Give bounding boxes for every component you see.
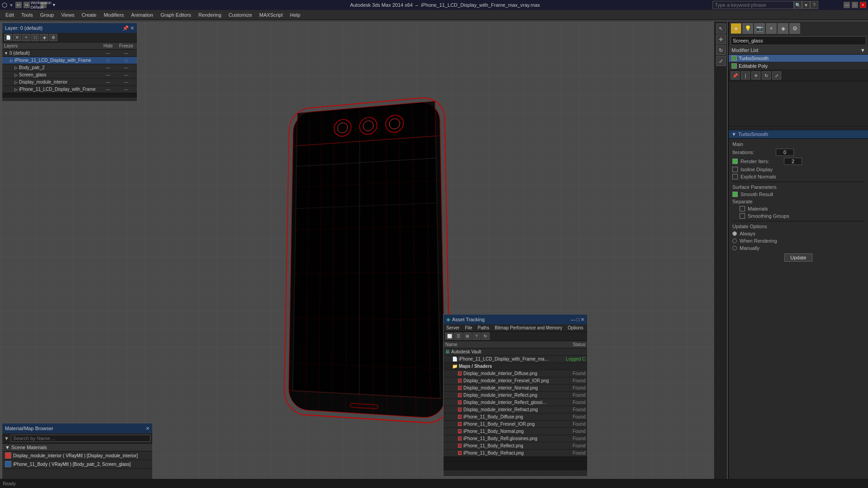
rp-icon-system[interactable]: ⚙ [789, 23, 800, 34]
menu-animation[interactable]: Animation [127, 10, 157, 20]
layer-hide-2[interactable]: — [99, 65, 117, 70]
turbosmooth-section-header[interactable]: ▼ TurboSmooth [729, 130, 868, 139]
minimize-btn[interactable]: — [844, 2, 850, 8]
scale-mod-btn[interactable]: ⤢ [772, 71, 781, 80]
asset-row-3[interactable]: 🖼Display_module_interior_Diffuse.pngFoun… [443, 370, 587, 377]
modifier-check-0[interactable] [731, 56, 737, 61]
asset-tb-1[interactable]: ⬜ [445, 333, 453, 340]
rotate-btn[interactable]: ↻ [716, 45, 726, 55]
menu-edit[interactable]: Edit [2, 10, 18, 20]
asset-row-11[interactable]: 🖼iPhone_11_Body_Normal.pngFound [443, 428, 587, 435]
layer-row-1[interactable]: ▷iPhone_11_LCD_Display_with_Frame□□ [2, 57, 137, 64]
search-btn[interactable]: 🔍 [794, 1, 802, 9]
rp-icon-camera[interactable]: 📷 [754, 23, 765, 34]
asset-tb-help[interactable]: ? [472, 333, 481, 340]
always-radio[interactable] [732, 231, 737, 236]
asset-row-12[interactable]: 🖼iPhone_11_Body_Refl.glossines.pngFound [443, 435, 587, 442]
smoothing-groups-check[interactable] [740, 213, 745, 219]
menu-customize[interactable]: Customize [225, 10, 256, 20]
rp-icon-light[interactable]: 💡 [742, 23, 753, 34]
asset-row-4[interactable]: 🖼Display_module_interior_Fresnel_IOR.png… [443, 377, 587, 385]
asset-scrollbar[interactable] [443, 457, 587, 461]
menu-create[interactable]: Create [78, 10, 100, 20]
layer-freeze-1[interactable]: □ [117, 58, 135, 63]
modifier-item-1[interactable]: Editable Poly [729, 62, 868, 70]
modifier-check-1[interactable] [731, 63, 737, 69]
sel-btn[interactable]: | [741, 71, 750, 80]
menu-help[interactable]: Help [287, 10, 304, 20]
material-search-input[interactable] [11, 435, 151, 442]
modifier-item-0[interactable]: TurboSmooth [729, 55, 868, 62]
layer-hide-5[interactable]: — [99, 87, 117, 92]
menu-modifiers[interactable]: Modifiers [100, 10, 127, 20]
asset-menu-bitmap-performance-and-memory[interactable]: Bitmap Performance and Memory [494, 325, 563, 330]
manually-radio[interactable] [732, 246, 737, 250]
smooth-result-check[interactable] [732, 192, 738, 197]
layer-options-btn[interactable]: ⚙ [49, 34, 57, 41]
help-btn[interactable]: ? [810, 1, 818, 9]
object-name-input[interactable] [731, 36, 866, 45]
menu-group[interactable]: Group [37, 10, 58, 20]
layer-row-3[interactable]: ▷Screen_glass—— [2, 71, 137, 79]
scale-btn[interactable]: ⤢ [716, 56, 726, 66]
maximize-btn[interactable]: □ [852, 2, 858, 8]
layer-new-btn[interactable]: 📄 [4, 34, 12, 41]
layer-freeze-0[interactable]: — [117, 51, 135, 56]
layer-hide-4[interactable]: — [99, 80, 117, 84]
menu-graph-editors[interactable]: Graph Editors [157, 10, 195, 20]
asset-tb-2[interactable]: ☰ [454, 333, 462, 340]
asset-row-13[interactable]: 🖼iPhone_11_Body_Reflect.pngFound [443, 442, 587, 450]
layer-panel-close[interactable]: ✕ [130, 25, 134, 31]
menu-tools[interactable]: Tools [18, 10, 37, 20]
layer-highlight-btn[interactable]: ◈ [40, 34, 48, 41]
layer-freeze-5[interactable]: — [117, 87, 135, 92]
layer-hide-3[interactable]: — [99, 72, 117, 77]
rot-mod-btn[interactable]: ↻ [762, 71, 771, 80]
render-iters-value[interactable]: 2 [784, 158, 802, 165]
redo-btn[interactable]: ↪ [24, 2, 30, 8]
asset-tb-3[interactable]: ⊞ [463, 333, 472, 340]
asset-row-6[interactable]: 🖼Display_module_interior_Reflect.pngFoun… [443, 392, 587, 399]
layer-add-btn[interactable]: + [22, 34, 30, 41]
explicit-normals-check[interactable] [732, 174, 738, 179]
move-mod-btn[interactable]: ✛ [751, 71, 760, 80]
asset-row-9[interactable]: 🖼iPhone_11_Body_Diffuse.pngFound [443, 413, 587, 421]
asset-row-14[interactable]: 🖼iPhone_11_Body_Refract.pngFound [443, 450, 587, 457]
layer-row-2[interactable]: ▷Body_patr_2—— [2, 64, 137, 71]
update-btn[interactable]: Update [784, 253, 812, 262]
select-btn[interactable]: ↖ [716, 23, 726, 33]
asset-row-7[interactable]: 🖼Display_module_interior_Reflect_glossin… [443, 399, 587, 406]
close-btn[interactable]: ✕ [860, 2, 866, 8]
layer-panel-pin[interactable]: 📌 [123, 25, 129, 31]
asset-tb-refresh[interactable]: ↻ [481, 333, 490, 340]
pin-btn[interactable]: 📌 [731, 71, 740, 80]
menu-rendering[interactable]: Rendering [195, 10, 225, 20]
asset-menu-file[interactable]: File [464, 325, 473, 330]
asset-close-btn[interactable]: ✕ [580, 317, 585, 323]
asset-row-1[interactable]: 📄iPhone_11_LCD_Display_with_Frame_max_vr… [443, 356, 587, 363]
layer-hide-1[interactable]: □ [99, 58, 117, 63]
rp-icon-space[interactable]: ◈ [778, 23, 788, 34]
menu-views[interactable]: Views [57, 10, 78, 20]
layer-delete-btn[interactable]: ✕ [13, 34, 21, 41]
iterations-value[interactable]: 0 [776, 149, 794, 156]
asset-row-5[interactable]: 🖼Display_module_interior_Normal.pngFound [443, 385, 587, 392]
menu-maxscript[interactable]: MAXScript [256, 10, 287, 20]
asset-maximize-btn[interactable]: □ [576, 317, 580, 323]
layer-freeze-4[interactable]: — [117, 80, 135, 84]
workspace-btn[interactable]: Workspace: Default ▼ [40, 2, 47, 8]
layer-hide-0[interactable]: — [99, 51, 117, 56]
asset-menu-options[interactable]: Options [567, 325, 584, 330]
search-options-btn[interactable]: ▼ [802, 1, 810, 9]
asset-menu-paths[interactable]: Paths [477, 325, 491, 330]
asset-menu-server[interactable]: Server [445, 325, 460, 330]
layer-select-btn[interactable]: □ [31, 34, 39, 41]
layer-scrollbar[interactable] [2, 93, 137, 98]
layer-row-5[interactable]: ▷iPhone_11_LCD_Display_with_Frame—— [2, 86, 137, 93]
render-iters-check[interactable] [732, 159, 738, 164]
material-panel-close[interactable]: ✕ [146, 426, 150, 432]
layer-row-0[interactable]: ▼0 (default)—— [2, 50, 137, 57]
when-rendering-radio[interactable] [732, 239, 737, 243]
material-row-0[interactable]: Display_module_interior ( VRayMtl ) [Dis… [2, 451, 152, 460]
search-input[interactable] [712, 1, 794, 9]
